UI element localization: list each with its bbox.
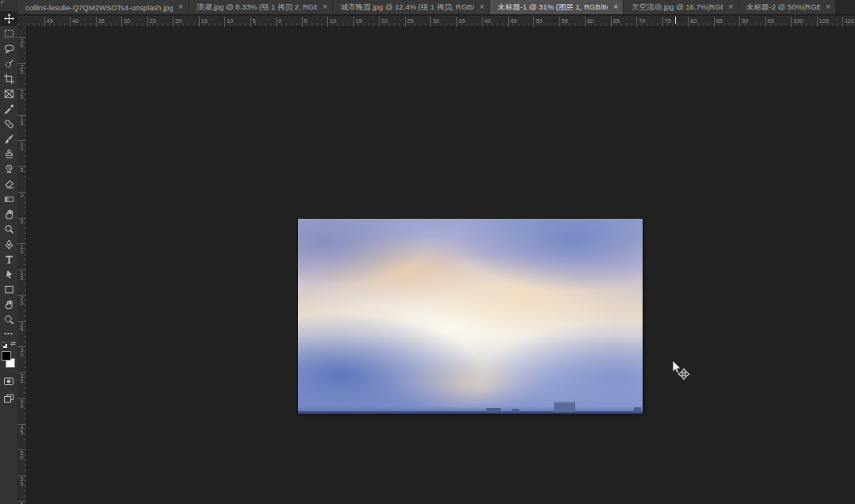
frame-tool[interactable] bbox=[0, 86, 17, 101]
ruler-tick-label: 10 bbox=[224, 17, 233, 27]
eraser-tool[interactable] bbox=[0, 177, 17, 192]
quick-mask-button[interactable] bbox=[0, 373, 17, 388]
clone-stamp-tool-icon bbox=[4, 149, 14, 159]
hand-tool-icon bbox=[4, 300, 14, 310]
quick-selection-tool[interactable] bbox=[0, 56, 17, 71]
ruler-tick-label: 25 bbox=[147, 17, 156, 27]
ruler-tick-label: 10 bbox=[17, 140, 26, 151]
document-tab-4[interactable]: 未标题-1 @ 31% (图层 1, RGB/8#) *× bbox=[490, 0, 623, 14]
ruler-tick-label: 90 bbox=[739, 17, 748, 27]
hand-tool[interactable] bbox=[0, 297, 17, 312]
screen-mode-icon bbox=[3, 393, 14, 404]
ruler-tick-label: 30 bbox=[121, 17, 130, 27]
ruler-tick-label: 0 bbox=[276, 17, 281, 27]
ruler-tick-label: 20 bbox=[379, 17, 387, 27]
lasso-tool[interactable] bbox=[0, 41, 17, 56]
ruler-tick-label: 5 bbox=[302, 17, 307, 27]
move-tool[interactable] bbox=[0, 11, 17, 26]
ruler-tick-label: 10 bbox=[17, 243, 26, 254]
tab-close-icon[interactable]: × bbox=[826, 3, 830, 11]
ruler-tick-label: 30 bbox=[17, 346, 26, 357]
default-colors-icon[interactable] bbox=[2, 342, 6, 346]
ruler-tick-label: 25 bbox=[17, 321, 26, 332]
rectangular-marquee-tool[interactable] bbox=[0, 26, 17, 41]
eyedropper-tool[interactable] bbox=[0, 101, 17, 116]
vertical-ruler[interactable]: 30252015105051015202530354045505560 bbox=[17, 27, 27, 504]
document-tab-3[interactable]: 城市晚霞.jpg @ 12.4% (组 1 拷贝, RGB/8...× bbox=[333, 0, 489, 14]
eyedropper-tool-icon bbox=[4, 104, 14, 114]
tab-label: 城市晚霞.jpg @ 12.4% (组 1 拷贝, RGB/8... bbox=[341, 2, 474, 13]
tab-close-icon[interactable]: × bbox=[479, 3, 484, 11]
crop-tool[interactable] bbox=[0, 71, 17, 86]
collapse-tools-icon[interactable] bbox=[1, 1, 5, 5]
ruler-cursor-marker bbox=[675, 17, 676, 24]
document-tab-1[interactable]: collins-lesulie-Q7QM2WSOTs4-unsplash.jpg… bbox=[17, 0, 188, 14]
type-tool[interactable] bbox=[0, 252, 17, 267]
lasso-tool-icon bbox=[4, 44, 14, 54]
document-tab-2[interactable]: 浪潮.jpg @ 8.33% (组 1 拷贝 2, RGB/...× bbox=[189, 0, 332, 14]
horizon-strip bbox=[298, 411, 643, 414]
ruler-tick-label: 85 bbox=[714, 17, 723, 27]
tools-panel: ••• ⇄ bbox=[0, 0, 17, 504]
history-brush-tool[interactable] bbox=[0, 162, 17, 177]
eraser-tool-icon bbox=[4, 179, 14, 189]
tab-close-icon[interactable]: × bbox=[323, 3, 327, 11]
swap-colors-icon[interactable]: ⇄ bbox=[10, 341, 16, 347]
ruler-tick-label: 15 bbox=[17, 269, 26, 281]
rectangular-marquee-tool-icon bbox=[4, 29, 14, 39]
path-selection-tool-icon bbox=[4, 269, 14, 280]
ruler-tick-label: 50 bbox=[17, 449, 26, 460]
foreground-color-swatch[interactable] bbox=[2, 351, 11, 361]
ruler-tick-label: 35 bbox=[456, 17, 465, 27]
pen-tool-icon bbox=[4, 239, 14, 250]
ruler-tick-label: 110 bbox=[842, 17, 854, 27]
ruler-tick-label: 5 bbox=[17, 166, 26, 173]
dodge-tool[interactable] bbox=[0, 222, 17, 237]
type-tool-icon bbox=[4, 254, 14, 265]
tab-close-icon[interactable]: × bbox=[178, 3, 183, 11]
tab-label: 天空流动.jpg @ 16.7%(RGB/... bbox=[632, 2, 723, 13]
move-tool-icon bbox=[4, 13, 14, 24]
building-silhouette bbox=[634, 407, 641, 412]
crop-tool-icon bbox=[4, 74, 14, 84]
ruler-tick-label: 50 bbox=[533, 17, 542, 27]
document-tab-6[interactable]: 未标题-2 @ 50%(RGB/...× bbox=[739, 0, 835, 14]
ruler-tick-label: 20 bbox=[17, 89, 26, 100]
spot-healing-brush-tool[interactable] bbox=[0, 116, 17, 132]
ruler-tick-label: 55 bbox=[17, 475, 26, 487]
screen-mode-button[interactable] bbox=[0, 391, 17, 406]
clone-stamp-tool[interactable] bbox=[0, 147, 17, 162]
ruler-tick-label: 15 bbox=[199, 17, 208, 27]
tab-close-icon[interactable]: × bbox=[613, 3, 618, 11]
ruler-tick-label: 40 bbox=[482, 17, 490, 27]
pen-tool[interactable] bbox=[0, 237, 17, 252]
ruler-tick-label: 40 bbox=[17, 398, 26, 409]
ruler-tick-label: 105 bbox=[817, 17, 830, 27]
ruler-tick-label: 60 bbox=[585, 17, 594, 27]
rectangle-tool[interactable] bbox=[0, 282, 17, 297]
path-selection-tool[interactable] bbox=[0, 267, 17, 282]
tab-close-icon[interactable]: × bbox=[728, 3, 733, 11]
ruler-tick-label: 30 bbox=[430, 17, 439, 27]
canvas-pasteboard[interactable] bbox=[27, 27, 855, 504]
document-tab-5[interactable]: 天空流动.jpg @ 16.7%(RGB/...× bbox=[624, 0, 738, 14]
horizontal-ruler[interactable]: 4540353025201510505101520253035404550556… bbox=[17, 16, 855, 27]
gradient-tool[interactable] bbox=[0, 192, 17, 207]
document-canvas[interactable] bbox=[298, 219, 643, 414]
ruler-tick-label: 0 bbox=[17, 192, 26, 198]
edit-toolbar-button[interactable]: ••• bbox=[0, 330, 17, 338]
ruler-tick-label: 15 bbox=[17, 115, 26, 126]
ruler-tick-label: 70 bbox=[636, 17, 645, 27]
ruler-tick-label: 35 bbox=[17, 372, 26, 384]
color-swatches bbox=[0, 350, 17, 371]
smudge-tool[interactable] bbox=[0, 207, 17, 222]
ruler-tick-label: 5 bbox=[17, 218, 26, 224]
zoom-tool[interactable] bbox=[0, 312, 17, 327]
ruler-tick-label: 45 bbox=[17, 424, 26, 435]
brush-tool-icon bbox=[4, 134, 14, 144]
quick-selection-tool-icon bbox=[4, 59, 14, 69]
ruler-tick-label: 30 bbox=[17, 37, 26, 48]
ruler-tick-label: 20 bbox=[173, 17, 181, 27]
ruler-tick-label: 40 bbox=[70, 17, 78, 27]
brush-tool[interactable] bbox=[0, 132, 17, 147]
